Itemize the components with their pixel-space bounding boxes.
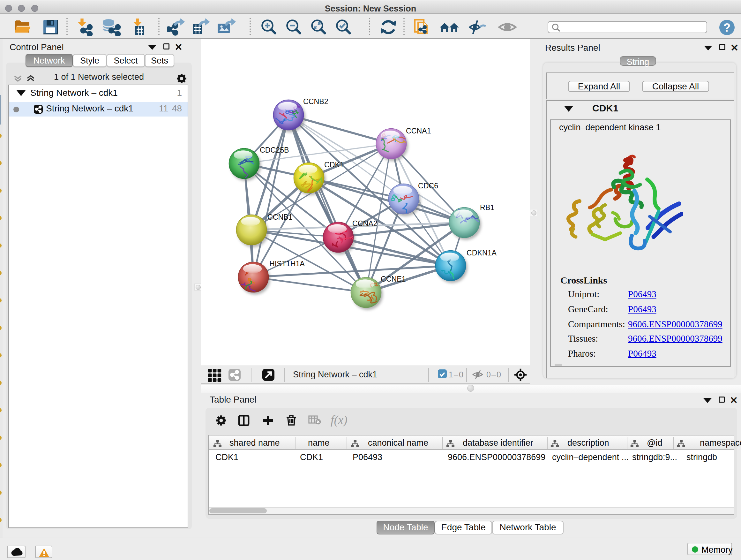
svg-text:CCNB1: CCNB1 [267, 213, 293, 221]
svg-text:CDKN1A: CDKN1A [467, 249, 497, 257]
svg-text:RB1: RB1 [480, 203, 494, 212]
svg-text:CCNB2: CCNB2 [303, 98, 328, 106]
svg-text:HIST1H1A: HIST1H1A [269, 260, 305, 268]
svg-text:CCNA1: CCNA1 [406, 127, 431, 135]
svg-text:CDC6: CDC6 [418, 182, 438, 190]
svg-text:CCNA2: CCNA2 [352, 219, 378, 228]
svg-text:?: ? [724, 21, 731, 34]
svg-text:CCNE1: CCNE1 [381, 275, 406, 283]
svg-text:CDC25B: CDC25B [260, 146, 289, 154]
svg-text:CDK1: CDK1 [324, 161, 344, 169]
